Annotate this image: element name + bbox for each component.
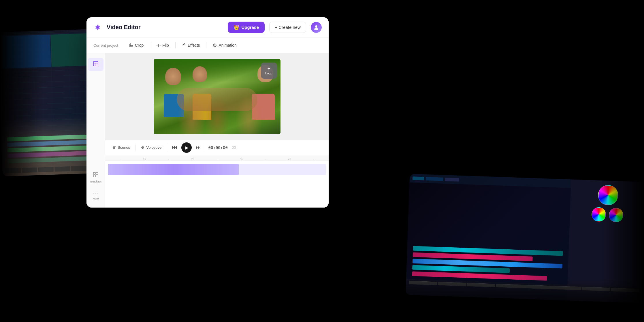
sidebar-item-media[interactable] (88, 58, 103, 71)
left-edge-blur (0, 0, 43, 322)
more-label: More (93, 197, 99, 200)
sidebar-item-templates[interactable]: Templates (88, 169, 103, 186)
svg-point-0 (97, 27, 99, 28)
svg-point-1 (315, 25, 317, 28)
create-new-label: + Create new (275, 25, 301, 30)
ruler-mark-4: · (205, 158, 229, 161)
editor-main: Templates ··· More (86, 53, 329, 208)
bottom-blur (0, 279, 644, 322)
avatar-button[interactable] (311, 22, 322, 33)
svg-rect-6 (96, 172, 98, 174)
ruler-mark-0: · (108, 158, 132, 161)
logo-text-label: Logo (265, 71, 272, 75)
svg-rect-7 (93, 175, 95, 177)
templates-label: Templates (90, 180, 101, 183)
pb-divider-3 (205, 145, 205, 150)
flip-button[interactable]: Flip (152, 41, 173, 50)
toolbar-divider-2 (175, 42, 176, 48)
playback-bar: Scenes Voiceover ⏮ ▶ (105, 140, 329, 155)
timeline-area: · 1s · 2s · 3s · 4s · (105, 155, 329, 208)
timeline-tracks (105, 161, 329, 180)
pb-divider-2 (168, 145, 168, 150)
editor-sidebar: Templates ··· More (86, 53, 105, 208)
templates-icon (93, 172, 99, 179)
ruler-mark-5: 3s (229, 158, 253, 161)
svg-rect-4 (93, 61, 98, 66)
play-button[interactable]: ▶ (181, 142, 192, 153)
scene-root: Video Editor 👑 Upgrade + Create new Curr… (0, 0, 644, 322)
right-edge-blur (601, 0, 644, 322)
editor-header: Video Editor 👑 Upgrade + Create new (86, 17, 329, 37)
crop-button[interactable]: Crop (125, 41, 148, 50)
ruler-mark-7: 4s (277, 158, 302, 161)
scenes-button[interactable]: Scenes (110, 144, 132, 151)
editor-window: Video Editor 👑 Upgrade + Create new Curr… (86, 17, 329, 208)
ruler-mark-6: · (253, 158, 277, 161)
voiceover-label: Voiceover (146, 145, 163, 150)
scenes-label: Scenes (118, 145, 130, 150)
ruler-mark-2: · (157, 158, 181, 161)
svg-rect-5 (93, 172, 95, 174)
effects-label: Effects (188, 43, 200, 48)
right-timeline (412, 246, 563, 283)
ruler-mark-1: 1s (132, 158, 157, 161)
effects-button[interactable]: Effects (178, 41, 204, 50)
crop-label: Crop (135, 43, 144, 48)
timeline-track-1 (108, 164, 326, 175)
svg-rect-8 (96, 175, 98, 177)
video-preview: + Logo (154, 59, 280, 134)
flip-label: Flip (162, 43, 169, 48)
logo-overlay-button[interactable]: + Logo (261, 63, 277, 79)
editor-canvas: + Logo Scenes (105, 53, 329, 208)
sidebar-item-more[interactable]: ··· More (88, 187, 103, 203)
crown-icon: 👑 (234, 25, 239, 30)
upgrade-label: Upgrade (242, 25, 259, 30)
media-icon (93, 61, 99, 68)
svg-point-2 (314, 28, 318, 30)
skip-forward-button[interactable]: ⏭ (195, 143, 202, 152)
upgrade-button[interactable]: 👑 Upgrade (228, 22, 265, 33)
skip-back-button[interactable]: ⏮ (171, 143, 178, 152)
toolbar-divider-3 (206, 42, 206, 48)
more-dots-icon: ··· (93, 190, 99, 196)
logo-plus-icon: + (268, 66, 270, 71)
time-display: 00:00:00 (208, 145, 227, 150)
ruler-mark-3: 2s (181, 158, 205, 161)
ruler-mark-8: · (302, 158, 326, 161)
app-logo (93, 23, 102, 32)
voiceover-button[interactable]: Voiceover (138, 144, 165, 151)
animation-label: Animation (219, 43, 236, 48)
playback-controls: ⏮ ▶ ⏭ (171, 142, 202, 153)
animation-button[interactable]: Animation (209, 41, 240, 50)
current-project-label: Current project (93, 43, 118, 48)
timeline-track-fill-1 (108, 164, 239, 175)
timeline-ruler: · 1s · 2s · 3s · 4s · (105, 155, 329, 161)
create-new-button[interactable]: + Create new (269, 22, 306, 33)
time-right: 00 (232, 145, 236, 150)
toolbar-divider-1 (150, 42, 150, 48)
pb-divider-1 (135, 145, 135, 150)
app-title: Video Editor (107, 24, 140, 31)
play-icon: ▶ (185, 145, 189, 150)
editor-toolbar: Current project Crop Flip Effects (86, 37, 329, 53)
